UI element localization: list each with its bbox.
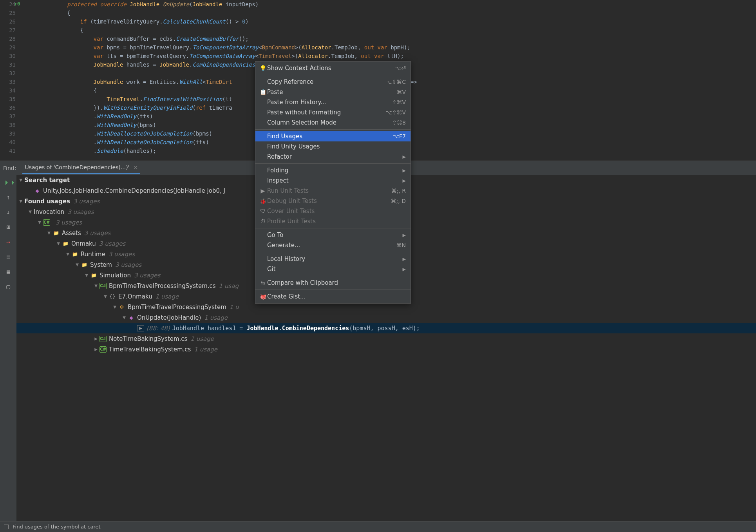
node-label: NoteTimeBakingSystem.cs — [109, 335, 187, 342]
menu-item[interactable]: 🐙Create Gist... — [255, 291, 411, 302]
line-number: 30 — [0, 52, 16, 60]
close-icon[interactable]: × — [134, 164, 138, 170]
menu-item[interactable]: Git▶ — [255, 264, 411, 274]
code-line[interactable]: var tts = bpmTimeTravelQuery.ToComponent… — [27, 52, 417, 60]
menu-separator — [255, 252, 411, 252]
menu-shortcut: ⌘V — [396, 89, 406, 95]
usage-count: 3 usages — [73, 198, 99, 205]
line-number: 40 — [0, 138, 16, 147]
menu-item: 🛡Cover Unit Tests — [255, 206, 411, 216]
menu-item[interactable]: ⇆Compare with Clipboard — [255, 278, 411, 288]
context-menu[interactable]: 💡Show Context Actions⌥⏎Copy Reference⌥⇧⌘… — [255, 61, 411, 304]
next-button[interactable]: ↓ — [4, 208, 13, 217]
chevron-icon[interactable]: ▶ — [93, 347, 99, 351]
line-number: 27 — [0, 26, 16, 34]
menu-label: Copy Reference — [267, 78, 385, 85]
usage-count: 1 usage — [156, 293, 179, 300]
menu-item[interactable]: Inspect▶ — [255, 176, 411, 186]
tree-row[interactable]: ▼◆OnUpdate(JobHandle)1 usage — [16, 312, 756, 323]
menu-item[interactable]: Column Selection Mode⇧⌘8 — [255, 118, 411, 128]
tree-row[interactable]: ▶C#TimeTravelBakingSystem.cs1 usage — [16, 344, 756, 355]
line-number: 31 — [0, 60, 16, 69]
sort1-button[interactable]: ≡ — [4, 253, 13, 262]
usage-count: 1 usag — [219, 282, 239, 290]
menu-shortcut: ⇧⌘8 — [392, 119, 406, 126]
menu-item[interactable]: Generate...⌘N — [255, 240, 411, 250]
chevron-icon[interactable]: ▼ — [56, 241, 61, 246]
chevron-icon[interactable]: ▼ — [65, 252, 71, 256]
menu-separator — [255, 228, 411, 228]
chevron-icon[interactable]: ▼ — [103, 294, 108, 299]
find-tab-title: Usages of 'CombineDependencies(...)' — [25, 164, 129, 170]
code-line[interactable]: protected override JobHandle OnUpdate(Jo… — [27, 0, 417, 9]
chevron-icon[interactable]: ▼ — [121, 315, 127, 320]
chevron-icon[interactable]: ▼ — [74, 262, 80, 267]
line-number: 26 — [0, 17, 16, 26]
menu-item[interactable]: 💡Show Context Actions⌥⏎ — [255, 63, 411, 73]
menu-item[interactable]: Refactor▶ — [255, 152, 411, 162]
code-line[interactable]: { — [27, 26, 417, 34]
code-line[interactable]: if (timeTravelDirtyQuery.CalculateChunkC… — [27, 17, 417, 26]
menu-item[interactable]: Go To▶ — [255, 230, 411, 240]
folder-icon: 📁 — [71, 251, 78, 257]
usage-count: 1 u — [230, 304, 239, 311]
menu-item[interactable]: 📋Paste⌘V — [255, 87, 411, 97]
window-button[interactable]: ▢ — [4, 283, 13, 291]
code-line[interactable]: var commandBuffer = ecbs.CreateCommandBu… — [27, 34, 417, 43]
menu-item[interactable]: Paste without Formatting⌥⇧⌘V — [255, 107, 411, 118]
code-line[interactable]: var bpms = bpmTimeTravelQuery.ToComponen… — [27, 43, 417, 52]
menu-item[interactable]: Folding▶ — [255, 165, 411, 176]
chevron-icon[interactable]: ▼ — [27, 210, 33, 214]
branch-button[interactable]: ⇢ — [4, 238, 13, 247]
node-label: Runtime — [81, 251, 105, 258]
menu-label: Run Unit Tests — [267, 187, 391, 194]
menu-label: Folding — [267, 167, 403, 174]
usage-count: 3 usages — [84, 230, 110, 237]
menu-item[interactable]: Find Unity Usages — [255, 141, 411, 152]
usage-count: 3 usages — [109, 251, 135, 258]
node-label: Unity.Jobs.JobHandle.CombineDependencies… — [43, 187, 225, 194]
rerun-button[interactable]: ⏵⏵ — [4, 179, 13, 187]
menu-item[interactable]: Copy Reference⌥⇧⌘C — [255, 77, 411, 87]
line-number: 24 — [0, 0, 16, 9]
find-tab[interactable]: Usages of 'CombineDependencies(...)' × — [22, 161, 140, 174]
menu-label: Paste from History... — [267, 99, 392, 106]
chevron-icon[interactable]: ▼ — [112, 305, 118, 309]
node-label: System — [90, 261, 112, 268]
line-number: 38 — [0, 121, 16, 129]
chevron-icon[interactable]: ▼ — [84, 273, 89, 277]
group-button[interactable]: ⊞ — [4, 223, 13, 232]
menu-item[interactable]: Local History▶ — [255, 254, 411, 264]
menu-label: Generate... — [267, 242, 396, 249]
menu-item[interactable]: Find Usages⌥F7 — [255, 131, 411, 141]
line-gutter: 242526272829303132333435363738394041 — [0, 0, 24, 155]
usage-count: 3 usages — [99, 240, 125, 247]
usage-count: 1 usage — [190, 335, 214, 342]
usage-count: 1 usage — [194, 346, 217, 353]
csharp-icon: C# — [43, 219, 50, 226]
chevron-icon[interactable]: ▶ — [93, 337, 99, 341]
sort2-button[interactable]: ≣ — [4, 268, 13, 277]
menu-item[interactable]: Paste from History...⇧⌘V — [255, 97, 411, 107]
code-line[interactable]: { — [27, 9, 417, 17]
profile-icon: ⏱ — [259, 218, 267, 224]
folder-icon: 📁 — [62, 241, 69, 247]
line-number: 39 — [0, 129, 16, 138]
chevron-icon[interactable]: ▼ — [18, 199, 24, 203]
chevron-icon[interactable]: ▼ — [46, 231, 52, 235]
tree-row[interactable]: ▶C#NoteTimeBakingSystem.cs1 usage — [16, 333, 756, 344]
method-icon: ◆ — [34, 188, 41, 194]
chevron-icon[interactable]: ▼ — [93, 284, 99, 288]
chevron-icon[interactable]: ▼ — [18, 178, 24, 182]
menu-shortcut: ⌥⇧⌘V — [386, 109, 406, 116]
line-number: 29 — [0, 43, 16, 52]
prev-button[interactable]: ↑ — [4, 194, 13, 202]
find-label: Find: — [3, 165, 16, 171]
node-label: BpmTimeTravelProcessingSystem.cs — [109, 282, 216, 290]
menu-label: Go To — [267, 232, 403, 239]
menu-label: Refactor — [267, 153, 403, 160]
tree-row[interactable]: ▶(88: 48)JobHandle handles1 = JobHandle.… — [16, 323, 756, 333]
node-label: E7.Onmaku — [118, 293, 152, 300]
compare-icon: ⇆ — [259, 280, 267, 286]
chevron-icon[interactable]: ▼ — [37, 220, 42, 224]
